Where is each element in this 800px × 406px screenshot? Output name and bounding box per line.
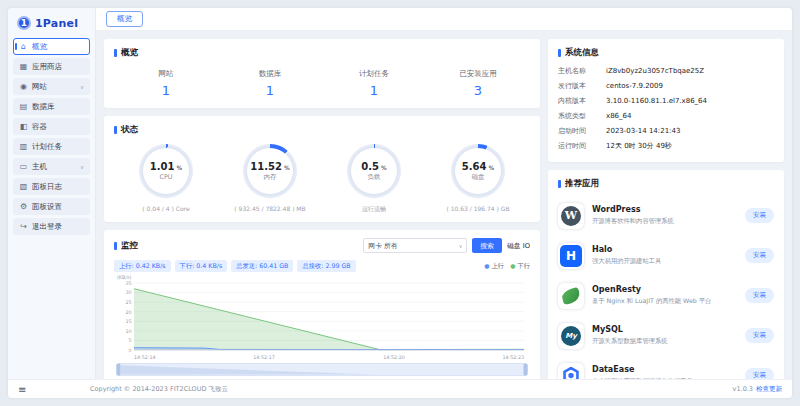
app-row-halo: H Halo 强大易用的开源建站工具 安装 [558,236,774,276]
disk-io-link[interactable]: 磁盘 IO [507,241,530,251]
chart-legend: ● 上行 ● 下行 [484,262,530,271]
legend-item-up[interactable]: ● 上行 [484,262,504,271]
chart-datazoom-slider[interactable] [114,363,530,376]
sidebar-item-host[interactable]: ▭ 主机 ∨ [13,158,90,175]
check-update-link[interactable]: 检查更新 [756,385,782,394]
install-button[interactable]: 安装 [745,368,774,379]
app-row-mysql: My MySQL 开源关系型数据库管理系统 安装 [558,316,774,356]
chevron-down-icon: ∨ [80,84,84,90]
stat-value-link[interactable]: 1 [114,83,218,98]
sidebar-item-label: 应用商店 [32,62,62,72]
gauge-value: 1.01 % [150,161,182,172]
gauge-ring: 1.01 % CPU [139,144,193,198]
install-button[interactable]: 安装 [745,328,774,343]
logo-icon: 1 [17,16,31,30]
sidebar-item-label: 面板设置 [32,202,62,212]
stat-website: 网站 1 [114,69,218,98]
app-meta: WordPress 开源博客软件和内容管理系统 [592,205,737,226]
overview-card: 概览 网站 1 数据库 1 计划任务 [104,39,540,108]
website-icon: ◉ [19,82,28,91]
appstore-icon: ▦ [19,62,28,71]
sidebar-item-overview[interactable]: ⌂ 概览 [13,38,90,55]
sidebar-item-website[interactable]: ◉ 网站 ∨ [13,78,90,95]
stat-value-link[interactable]: 3 [426,83,530,98]
sidebar-item-container[interactable]: ◧ 容器 [13,118,90,135]
info-row-boot-time: 启动时间 2023-03-14 14:21:43 [558,127,774,136]
overview-stats: 网站 1 数据库 1 计划任务 1 [114,65,530,100]
gauge-value: 11.52 % [250,161,289,172]
main-area: 概览 概览 网站 1 [96,8,792,379]
host-icon: ▭ [19,162,28,171]
app-meta: OpenResty 基于 Nginx 和 LuaJIT 的高性能 Web 平台 [592,285,737,306]
tab-overview[interactable]: 概览 [106,11,143,27]
logs-icon: ▧ [19,182,28,191]
sidebar-item-panel-logs[interactable]: ▧ 面板日志 [13,178,90,195]
install-button[interactable]: 安装 [745,208,774,223]
info-row-arch: 系统类型 x86_64 [558,112,774,121]
sidebar-item-logout[interactable]: ↪ 退出登录 [13,218,90,235]
sidebar-item-database[interactable]: ▤ 数据库 [13,98,90,115]
svg-text:14:52:20: 14:52:20 [383,355,405,360]
install-button[interactable]: 安装 [745,248,774,263]
dataease-glyph [562,367,580,379]
svg-text:10: 10 [125,329,131,334]
sidebar-item-label: 容器 [32,122,47,132]
search-button[interactable]: 搜索 [472,238,502,253]
brand-name: 1Panel [35,17,78,30]
title-marker [114,242,117,250]
gauge-label: 磁盘 [472,173,485,182]
svg-text:30: 30 [125,290,131,295]
collapse-sidebar-icon[interactable]: ≡ [8,384,86,395]
right-column: 系统信息 主机名称 iZ8vb0yz2u3057cTbqae25Z 发行版本 c… [548,39,784,371]
mysql-glyph: My [561,326,581,346]
stat-value-link[interactable]: 1 [322,83,426,98]
app-row-openresty: OpenResty 基于 Nginx 和 LuaJIT 的高性能 Web 平台 … [558,276,774,316]
copyright-text: Copyright © 2014-2023 FIT2CLOUD 飞致云 [90,385,228,394]
svg-text:14:52:17: 14:52:17 [253,355,275,360]
title-marker [114,49,117,57]
legend-label: 上行 [492,262,505,271]
gear-icon: ⚙ [19,202,28,211]
legend-label: 下行 [517,262,530,271]
gauge-value: 0.5 % [361,161,386,172]
recommended-apps-card: 推荐应用 W WordPress 开源博客软件和内容管理系统 安装 [548,170,784,379]
monitor-header: 监控 网卡 所有 ∨ 搜索 磁盘 IO [114,238,530,253]
sidebar: 1 1Panel ⌂ 概览 ▦ 应用商店 ◉ 网站 ∨ ▤ [8,8,96,379]
chevron-down-icon: ∨ [80,164,84,170]
info-row-hostname: 主机名称 iZ8vb0yz2u3057cTbqae25Z [558,67,774,76]
section-title-text: 推荐应用 [565,178,599,190]
sidebar-item-label: 退出登录 [32,222,62,232]
sidebar-item-label: 主机 [32,162,47,172]
legend-item-down[interactable]: ● 下行 [510,262,530,271]
monitor-card: 监控 网卡 所有 ∨ 搜索 磁盘 IO [104,230,540,379]
status-card: 状态 1.01 % CPU ( 0.04 / 4 ) Core [104,116,540,222]
install-button[interactable]: 安装 [745,288,774,303]
info-label: 系统类型 [558,112,606,121]
app-name: WordPress [592,205,737,214]
svg-text:5: 5 [128,338,131,343]
nic-select-value: 网卡 所有 [368,241,397,251]
brand-logo[interactable]: 1 1Panel [13,14,90,38]
gauge-label: 负载 [368,173,381,182]
svg-text:14:52:14: 14:52:14 [134,355,156,360]
logout-icon: ↪ [19,222,28,231]
info-label: 发行版本 [558,82,606,91]
status-gauges: 1.01 % CPU ( 0.04 / 4 ) Core 11.52 % [114,142,530,214]
sidebar-item-panel-settings[interactable]: ⚙ 面板设置 [13,198,90,215]
svg-text:25: 25 [125,300,131,305]
tag-downstream-rate: 下行: 0.4 KB/s [175,260,228,272]
sidebar-item-appstore[interactable]: ▦ 应用商店 [13,58,90,75]
nic-select[interactable]: 网卡 所有 ∨ [363,238,467,253]
stat-value-link[interactable]: 1 [218,83,322,98]
sidebar-item-cronjob[interactable]: ▥ 计划任务 [13,138,90,155]
sidebar-item-label: 数据库 [32,102,55,112]
info-value: centos-7.9.2009 [606,82,663,91]
info-value: 3.10.0-1160.81.1.el7.x86_64 [606,97,707,106]
app-desc: 开源关系型数据库管理系统 [592,337,737,346]
gauge-sub: ( 932.45 / 7822.48 ) MB [234,205,305,212]
svg-text:14:52:23: 14:52:23 [502,355,524,360]
svg-text:15: 15 [125,319,131,324]
info-row-uptime: 运行时间 12天 0时 30分 49秒 [558,142,774,151]
system-info-rows: 主机名称 iZ8vb0yz2u3057cTbqae25Z 发行版本 centos… [558,65,774,154]
info-label: 内核版本 [558,97,606,106]
